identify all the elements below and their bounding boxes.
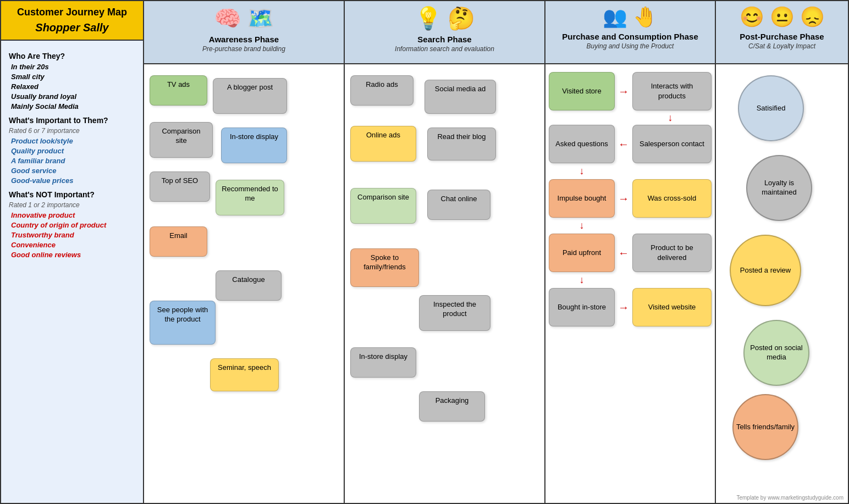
- purchase-title: Purchase and Consumption Phase: [562, 32, 698, 41]
- awareness-header: 🧠 🗺️ Awareness Phase Pre-purchase brand …: [144, 1, 344, 64]
- persona-header: Customer Journey Map Shopper Sally: [1, 1, 143, 41]
- persona-item: Good-value prices: [9, 176, 135, 185]
- smiley-neutral-icon: 😐: [770, 5, 795, 29]
- watermark: Template by www.marketingstudyguide.com: [736, 495, 844, 501]
- card-seminar: Seminar, speech: [210, 358, 279, 391]
- card-read-blog: Read their blog: [427, 128, 496, 160]
- card-comparison-site-2: Comparison site: [350, 188, 416, 224]
- purchase-phase: 👥 🤚 Purchase and Consumption Phase Buyin…: [545, 1, 716, 503]
- search-title: Search Phase: [417, 35, 471, 44]
- awareness-content: TV ads A blogger post Comparison site In…: [144, 64, 344, 503]
- persona-item: Quality product: [9, 147, 135, 155]
- post-purchase-header: 😊 😐 😞 Post-Purchase Phase C/Sat & Loyalt…: [716, 1, 848, 64]
- card-comparison-site-1: Comparison site: [150, 122, 213, 158]
- card-family-friends: Spoke to family/friends: [350, 248, 419, 287]
- pcard-salesperson: Salesperson contact: [632, 125, 712, 163]
- important-sub: Rated 6 or 7 importance: [9, 127, 135, 135]
- card-radio-ads: Radio ads: [350, 75, 414, 106]
- purchase-content: Visited store → Interacts with products …: [545, 64, 715, 503]
- who-heading: Who Are They?: [9, 52, 135, 60]
- v-arrow-4: ↓: [549, 274, 615, 286]
- not-important-heading: What's NOT Important?: [9, 190, 135, 199]
- card-email: Email: [150, 226, 207, 257]
- persona-column: Customer Journey Map Shopper Sally Who A…: [1, 1, 144, 503]
- arrow-right-3: →: [615, 192, 632, 205]
- persona-item: Innovative product: [9, 211, 135, 219]
- circle-satisfied: Satisified: [738, 75, 804, 141]
- card-instore-display-2: In-store display: [350, 347, 416, 378]
- awareness-icons: 🧠 🗺️: [214, 5, 274, 31]
- card-online-ads: Online ads: [350, 126, 416, 162]
- arrow-left-2: ←: [615, 138, 632, 151]
- head-gears-icon: 🧠: [214, 5, 241, 31]
- smiley-sad-icon: 😞: [800, 5, 825, 29]
- card-see-people: See people with the product: [150, 301, 216, 345]
- card-chat-online: Chat online: [427, 190, 490, 220]
- persona-item: Product look/style: [9, 137, 135, 145]
- persona-item: Relaxed: [9, 82, 135, 91]
- awareness-subtitle: Pre-purchase brand building: [202, 45, 285, 53]
- arrow-right-1: →: [615, 85, 632, 98]
- persona-item: A familiar brand: [9, 157, 135, 165]
- persona-item: Usually brand loyal: [9, 92, 135, 101]
- post-purchase-title: Post-Purchase Phase: [740, 32, 824, 41]
- persona-name: Shopper Sally: [8, 21, 136, 34]
- smiley-happy-icon: 😊: [740, 5, 764, 29]
- persona-body: Who Are They? In their 20s Small city Re…: [1, 41, 143, 503]
- card-catalogue: Catalogue: [216, 270, 282, 301]
- persona-item: Good online reviews: [9, 251, 135, 259]
- search-icons: 💡 🤔: [415, 5, 475, 31]
- card-top-seo: Top of SEO: [150, 171, 210, 202]
- persona-item: In their 20s: [9, 63, 135, 71]
- people-icon: 👥: [603, 5, 627, 29]
- pcard-product-delivered: Product to be delivered: [632, 234, 712, 272]
- persona-item: Good service: [9, 167, 135, 175]
- persona-item: Mainly Social Media: [9, 102, 135, 110]
- pcard-interacts-products: Interacts with products: [632, 72, 712, 110]
- card-packaging: Packaging: [419, 391, 485, 422]
- circle-review: Posted a review: [730, 235, 801, 306]
- post-purchase-icons: 😊 😐 😞: [740, 5, 825, 29]
- v-arrow-3: ↓: [549, 220, 615, 231]
- card-inspected-product: Inspected the product: [419, 295, 490, 331]
- pcard-visited-website: Visited website: [632, 288, 712, 326]
- pcard-impulse-bought: Impulse bought: [549, 179, 615, 218]
- hand-icon: 🤚: [633, 5, 658, 29]
- purchase-icons: 👥 🤚: [603, 5, 658, 29]
- pcard-bought-instore: Bought in-store: [549, 288, 615, 326]
- pcard-asked-questions: Asked questions: [549, 125, 615, 163]
- purchase-header: 👥 🤚 Purchase and Consumption Phase Buyin…: [545, 1, 715, 64]
- awareness-phase: 🧠 🗺️ Awareness Phase Pre-purchase brand …: [144, 1, 345, 503]
- arrow-right-5: →: [615, 301, 632, 314]
- pcard-visited-store: Visited store: [549, 72, 615, 110]
- persona-item: Trustworthy brand: [9, 231, 135, 239]
- question-person-icon: 🤔: [448, 5, 475, 31]
- search-header: 💡 🤔 Search Phase Information search and …: [345, 1, 544, 64]
- arrow-left-4: ←: [615, 247, 632, 259]
- circle-loyalty: Loyalty is maintained: [746, 155, 812, 221]
- purchase-subtitle: Buying and Using the Product: [587, 42, 674, 50]
- pcard-paid-upfront: Paid upfront: [549, 234, 615, 272]
- card-social-media-ad: Social media ad: [424, 80, 496, 114]
- persona-item: Small city: [9, 73, 135, 81]
- post-purchase-content: Satisified Loyalty is maintained Posted …: [716, 64, 848, 503]
- awareness-title: Awareness Phase: [209, 35, 279, 44]
- search-subtitle: Information search and evaluation: [395, 45, 494, 53]
- persona-item: Convenience: [9, 241, 135, 249]
- card-tv-ads: TV ads: [150, 75, 207, 106]
- v-arrow-1: ↓: [629, 113, 712, 123]
- map-title: Customer Journey Map: [8, 7, 136, 18]
- card-blogger-post: A blogger post: [213, 78, 287, 114]
- circle-social-media: Posted on social media: [743, 320, 809, 386]
- search-phase: 💡 🤔 Search Phase Information search and …: [345, 1, 545, 503]
- card-instore-display-1: In-store display: [221, 128, 287, 163]
- persona-item: Country of origin of product: [9, 221, 135, 229]
- post-purchase-phase: 😊 😐 😞 Post-Purchase Phase C/Sat & Loyalt…: [716, 1, 848, 503]
- lightbulb-icon: 💡: [415, 5, 442, 31]
- circle-friends-family: Tells friends/family: [732, 394, 798, 460]
- v-arrow-2: ↓: [549, 165, 615, 177]
- map-icon: 🗺️: [247, 5, 274, 31]
- pcard-cross-sold: Was cross-sold: [632, 179, 712, 218]
- search-content: Radio ads Social media ad Online ads Rea…: [345, 64, 544, 503]
- important-heading: What's Important to Them?: [9, 116, 135, 125]
